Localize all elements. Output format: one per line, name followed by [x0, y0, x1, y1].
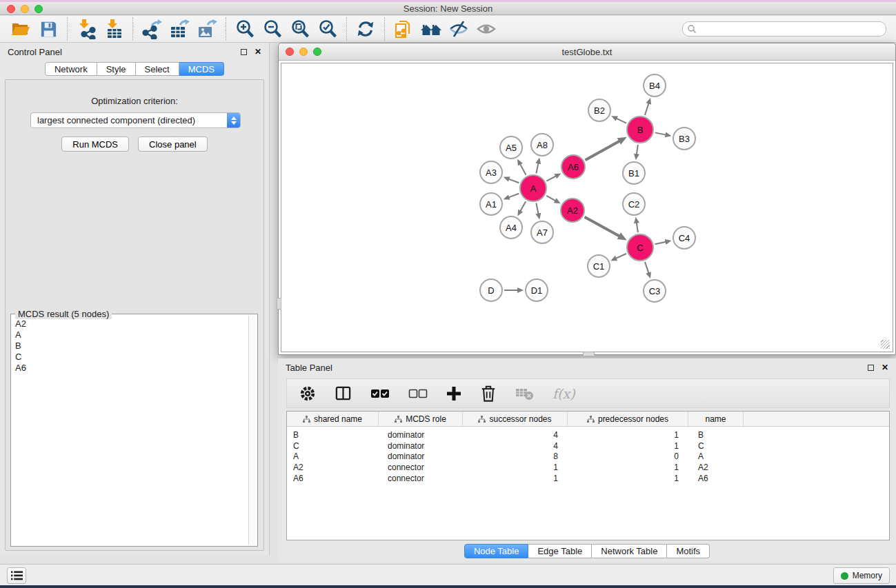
select-all-icon[interactable] [370, 388, 390, 399]
network-edge[interactable] [655, 242, 666, 245]
table-cell[interactable]: B [688, 430, 744, 440]
network-edge[interactable] [546, 176, 557, 181]
table-cell[interactable]: dominator [379, 441, 463, 451]
table-cell[interactable]: connector [379, 463, 463, 472]
table-cell[interactable]: A2 [688, 463, 744, 472]
network-edge[interactable] [645, 262, 649, 274]
close-panel-button[interactable]: ✕ [255, 48, 261, 56]
table-cell[interactable]: 1 [463, 474, 568, 483]
tab-style[interactable]: Style [97, 62, 136, 76]
network-canvas[interactable]: B4B2BB3A5A8A6A3B1AA1C2A2A4A7C4CC1C3DD1 [281, 63, 893, 352]
table-cell[interactable]: 0 [568, 452, 688, 461]
task-history-button[interactable] [7, 567, 26, 584]
table-cell[interactable]: dominator [379, 452, 463, 461]
delete-icon[interactable] [480, 385, 497, 403]
network-edge[interactable] [585, 217, 621, 237]
search-input[interactable] [697, 24, 882, 34]
network-node-A2[interactable]: A2 [560, 198, 585, 223]
close-table-panel-button[interactable]: ✕ [882, 363, 888, 372]
table-cell[interactable]: A [287, 452, 379, 461]
network-edge[interactable] [519, 163, 526, 175]
network-close-button[interactable] [286, 48, 294, 56]
column-header-shared-name[interactable]: shared name [287, 412, 379, 426]
add-column-icon[interactable] [446, 386, 461, 401]
network-node-A6[interactable]: A6 [561, 154, 586, 179]
table-cell[interactable]: A [688, 452, 744, 461]
resize-grip[interactable] [881, 340, 890, 349]
zoom-fit-button[interactable] [286, 17, 314, 41]
table-cell[interactable]: 8 [463, 452, 568, 461]
zoom-selected-button[interactable] [314, 17, 341, 41]
network-zoom-button[interactable] [313, 48, 321, 56]
table-cell[interactable]: connector [379, 474, 463, 483]
export-image-button[interactable] [193, 17, 221, 41]
table-cell[interactable]: 1 [568, 463, 688, 472]
close-panel-button-2[interactable]: Close panel [138, 136, 208, 152]
network-node-B2[interactable]: B2 [588, 99, 611, 122]
table-cell[interactable]: B [287, 430, 379, 440]
table-cell[interactable]: 1 [568, 430, 688, 440]
refresh-button[interactable] [352, 17, 379, 41]
result-item[interactable]: B [15, 341, 248, 352]
tab-network[interactable]: Network [45, 62, 97, 76]
table-row[interactable]: Adominator80A [287, 452, 889, 463]
network-edge[interactable] [536, 162, 538, 173]
network-edge[interactable] [637, 221, 638, 232]
column-header-name[interactable]: name [688, 412, 744, 426]
run-mcds-button[interactable]: Run MCDS [61, 136, 129, 152]
export-table-button[interactable] [166, 17, 193, 41]
column-header-predecessor-nodes[interactable]: predecessor nodes [568, 412, 688, 426]
tab-select[interactable]: Select [136, 62, 179, 76]
network-edge[interactable] [655, 132, 667, 134]
network-node-C[interactable]: C [626, 234, 654, 261]
network-edge[interactable] [615, 118, 626, 123]
column-header-MCDS-role[interactable]: MCDS role [379, 412, 463, 426]
show-all-button[interactable] [472, 17, 500, 41]
tab-motifs[interactable]: Motifs [667, 544, 710, 558]
float-table-panel-button[interactable] [868, 365, 874, 371]
criterion-select[interactable]: largest connected component (directed) [30, 112, 241, 128]
network-node-A4[interactable]: A4 [499, 216, 523, 239]
search-box[interactable] [682, 21, 886, 37]
export-network-button[interactable] [138, 17, 166, 41]
table-row[interactable]: A6connector11A6 [287, 473, 889, 484]
split-handle-vertical[interactable] [277, 298, 281, 310]
network-edge[interactable] [508, 194, 519, 198]
zoom-out-button[interactable] [259, 17, 286, 41]
table-settings-gear-icon[interactable] [299, 385, 316, 402]
import-network-button[interactable] [72, 17, 100, 41]
network-node-D[interactable]: D [479, 278, 503, 302]
network-node-C1[interactable]: C1 [587, 254, 610, 278]
network-minimize-button[interactable] [299, 48, 308, 56]
table-cell[interactable]: 1 [568, 441, 688, 451]
open-session-button[interactable] [7, 17, 34, 41]
result-item[interactable]: A [15, 330, 248, 341]
table-cell[interactable]: 4 [463, 441, 568, 451]
network-edge[interactable] [615, 254, 626, 258]
tab-network-table[interactable]: Network Table [592, 544, 667, 558]
network-edge[interactable] [645, 102, 649, 115]
network-edge[interactable] [585, 140, 621, 160]
table-cell[interactable]: C [688, 441, 744, 451]
network-node-B1[interactable]: B1 [622, 161, 646, 185]
save-session-button[interactable] [34, 17, 62, 41]
network-node-A3[interactable]: A3 [479, 161, 503, 184]
network-node-A1[interactable]: A1 [479, 192, 503, 216]
table-cell[interactable]: 4 [463, 430, 568, 440]
network-node-B4[interactable]: B4 [643, 74, 666, 97]
table-cell[interactable]: C [287, 441, 379, 451]
function-builder-icon[interactable]: f(x) [552, 386, 575, 401]
network-node-A[interactable]: A [519, 174, 547, 202]
table-cell[interactable]: A2 [287, 463, 379, 472]
hide-selected-button[interactable] [445, 17, 472, 41]
show-columns-icon[interactable] [335, 385, 352, 402]
network-edge[interactable] [520, 201, 526, 212]
network-node-A7[interactable]: A7 [530, 221, 554, 244]
zoom-in-button[interactable] [231, 17, 259, 41]
delete-table-icon[interactable] [515, 386, 534, 401]
memory-button[interactable]: Memory [833, 567, 890, 584]
result-item[interactable]: C [15, 352, 248, 363]
home-button[interactable] [417, 17, 445, 41]
import-table-button[interactable] [100, 17, 128, 41]
column-header-successor-nodes[interactable]: successor nodes [463, 412, 568, 426]
